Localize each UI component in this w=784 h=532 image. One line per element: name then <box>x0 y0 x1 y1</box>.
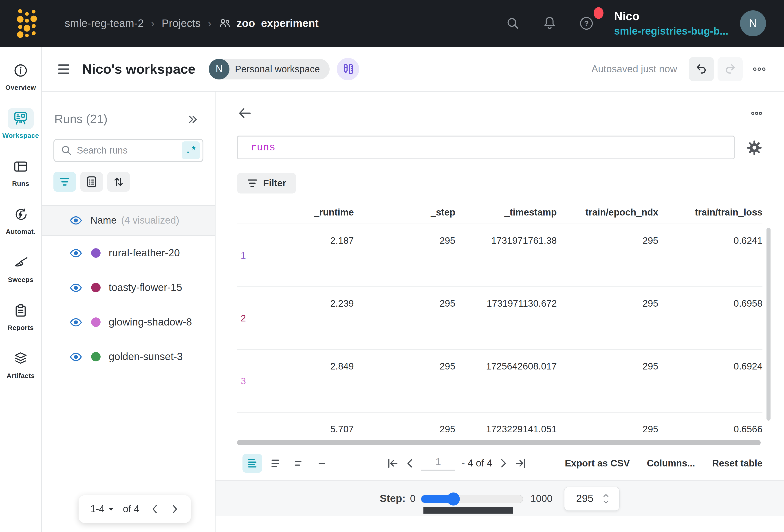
column-header-train-loss[interactable]: train/train_loss <box>658 207 762 218</box>
run-list-item[interactable]: glowing-shadow-8 <box>42 305 215 339</box>
collapse-panel-icon[interactable] <box>186 113 199 125</box>
help-icon[interactable]: ? <box>573 11 599 36</box>
customize-workspace-button[interactable] <box>337 58 359 80</box>
run-list-item[interactable]: toasty-flower-15 <box>42 270 215 305</box>
eye-icon[interactable] <box>69 283 82 292</box>
stepper-down-icon[interactable] <box>603 500 609 503</box>
panel-menu-icon[interactable] <box>54 59 74 79</box>
sidebar-item-artifacts[interactable]: Artifacts <box>6 348 34 380</box>
cell-runtime: 2.849 <box>266 350 354 412</box>
row-index[interactable]: 4 <box>237 413 266 437</box>
sidebar-item-runs[interactable]: Runs <box>8 156 34 187</box>
workspace-badge[interactable]: N Personal workspace <box>209 59 330 79</box>
step-value-input[interactable] <box>568 493 601 505</box>
slider-scrubber-bar[interactable] <box>424 507 513 513</box>
prev-page-icon[interactable] <box>150 504 159 514</box>
breadcrumb-separator: › <box>208 17 212 30</box>
breadcrumb-team[interactable]: smle-reg-team-2 <box>65 17 144 30</box>
next-page-icon[interactable] <box>170 504 179 514</box>
breadcrumb-separator: › <box>151 17 155 30</box>
breadcrumb-projects[interactable]: Projects <box>162 17 200 30</box>
horizontal-scrollbar[interactable] <box>237 440 761 445</box>
table-overflow-menu-icon[interactable] <box>751 111 762 116</box>
column-header-runtime[interactable]: _runtime <box>266 207 354 218</box>
runs-display-settings-button[interactable] <box>80 172 103 192</box>
user-block: Nico smle-registries-bug-b... <box>614 9 728 38</box>
search-runs-input[interactable] <box>77 145 182 156</box>
prev-page-icon[interactable] <box>405 457 415 469</box>
cell-step: 295 <box>354 287 455 349</box>
stepper-up-icon[interactable] <box>603 494 609 497</box>
wandb-logo[interactable] <box>16 6 37 41</box>
regex-toggle-button[interactable]: .* <box>182 141 200 159</box>
columns-button[interactable]: Columns... <box>647 458 695 469</box>
eye-icon[interactable] <box>69 216 82 225</box>
undo-button[interactable] <box>689 57 714 81</box>
avatar[interactable]: N <box>740 10 766 36</box>
runs-count-title: Runs (21) <box>54 112 108 126</box>
run-name[interactable]: glowing-shadow-8 <box>109 316 192 328</box>
eye-icon[interactable] <box>69 318 82 327</box>
topbar-actions: ? Nico smle-registries-bug-b... N <box>488 9 766 38</box>
run-name[interactable]: toasty-flower-15 <box>109 281 182 293</box>
slider-handle[interactable] <box>447 492 460 505</box>
sidebar-item-reports[interactable]: Reports <box>8 300 34 331</box>
sidebar-item-overview[interactable]: Overview <box>5 60 36 91</box>
sidebar-item-sweeps[interactable]: Sweeps <box>8 252 34 283</box>
run-name[interactable]: golden-sunset-3 <box>109 351 183 363</box>
sidebar-item-automations[interactable]: Automat. <box>6 204 35 235</box>
workspace-overflow-menu-icon[interactable] <box>753 66 766 72</box>
last-page-icon[interactable] <box>515 457 527 470</box>
search-icon[interactable] <box>500 11 525 36</box>
row-height-sm-button[interactable] <box>312 454 332 473</box>
sidebar-item-workspace[interactable]: Workspace <box>2 108 39 139</box>
sweeps-broom-icon <box>8 252 34 273</box>
first-page-icon[interactable] <box>386 457 399 470</box>
run-color-dot <box>91 248 101 258</box>
user-org-link[interactable]: smle-registries-bug-b... <box>614 25 728 38</box>
run-name[interactable]: rural-feather-20 <box>109 247 180 259</box>
vertical-scrollbar[interactable] <box>766 228 771 421</box>
step-label: Step: <box>380 493 405 505</box>
notifications-bell-icon[interactable] <box>537 11 562 36</box>
query-expression-input[interactable] <box>237 136 735 159</box>
row-index[interactable]: 3 <box>237 350 266 412</box>
gear-icon[interactable] <box>746 139 762 156</box>
column-header-timestamp[interactable]: _timestamp <box>455 207 557 218</box>
column-header-step[interactable]: _step <box>354 207 455 218</box>
page-number-input[interactable] <box>421 456 455 471</box>
runs-filter-button[interactable] <box>53 172 76 192</box>
runs-search-box: .* <box>53 139 203 162</box>
table-row[interactable]: 2 2.239 295 1731971130.672 295 0.6958 <box>237 287 762 350</box>
step-min-label: 0 <box>410 493 416 504</box>
table-row[interactable]: 1 2.187 295 1731971761.38 295 0.6241 <box>237 224 762 287</box>
cell-epoch: 295 <box>557 350 658 412</box>
cell-timestamp: 1725642608.017 <box>455 350 557 412</box>
table-row[interactable]: 4 5.707 295 1723229141.051 295 0.6566 <box>237 413 762 437</box>
runs-sort-button[interactable] <box>107 172 130 192</box>
row-height-md-button[interactable] <box>289 454 309 473</box>
slider-track[interactable] <box>421 495 523 503</box>
eye-icon[interactable] <box>69 352 82 361</box>
redo-button[interactable] <box>718 57 743 81</box>
row-index[interactable]: 2 <box>237 287 266 349</box>
column-header-epoch[interactable]: train/epoch_ndx <box>557 207 658 218</box>
run-list-item[interactable]: rural-feather-20 <box>42 236 215 270</box>
run-list-item[interactable]: golden-sunset-3 <box>42 339 215 374</box>
left-rail: Overview Workspace <box>0 47 42 532</box>
reset-table-button[interactable]: Reset table <box>712 458 762 469</box>
info-icon <box>8 60 34 81</box>
table-row[interactable]: 3 2.849 295 1725642608.017 295 0.6924 <box>237 350 762 413</box>
back-arrow-icon[interactable] <box>237 106 252 120</box>
row-height-lg-button[interactable] <box>266 454 286 473</box>
row-height-xl-button[interactable] <box>243 454 262 473</box>
step-max-label: 1000 <box>531 493 553 504</box>
runs-page-range-dropdown[interactable]: 1-4 <box>90 503 114 515</box>
row-index[interactable]: 1 <box>237 224 266 286</box>
next-page-icon[interactable] <box>499 457 508 469</box>
breadcrumb-project[interactable]: zoo_experiment <box>219 17 318 30</box>
export-csv-button[interactable]: Export as CSV <box>565 458 630 469</box>
filter-button[interactable]: Filter <box>237 173 296 194</box>
cell-timestamp: 1731971130.672 <box>455 287 557 349</box>
eye-icon[interactable] <box>69 249 82 257</box>
